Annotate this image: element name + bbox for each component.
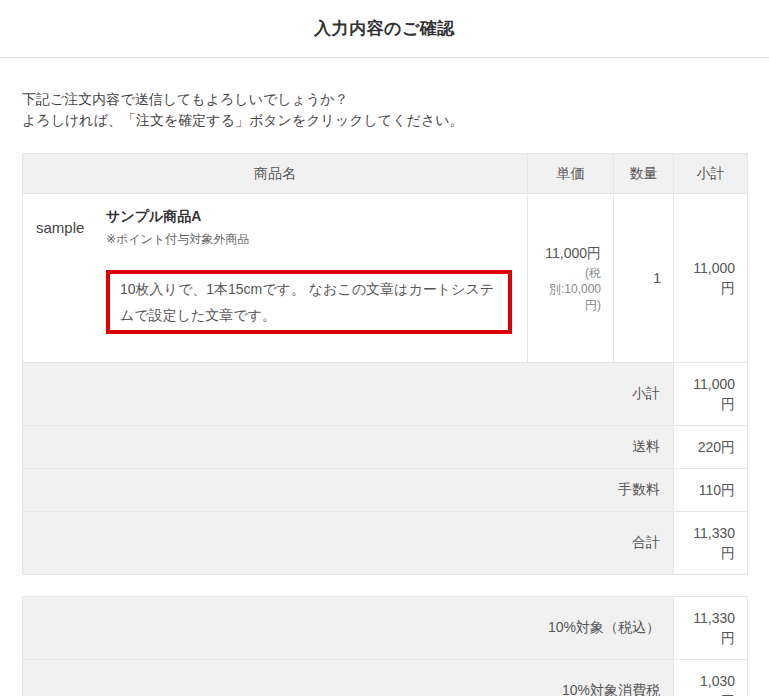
tax-value-taxable-amount: 11,330円: [674, 597, 748, 660]
product-description: 10枚入りで、1本15cmです。 なおこの文章はカートシステムで設定した文章です…: [120, 281, 494, 323]
table-header-row: 商品名 単価 数量 小計: [23, 154, 748, 194]
col-header-quantity: 数量: [614, 154, 674, 194]
product-points-note: ※ポイント付与対象外商品: [106, 231, 249, 248]
intro-line-1: 下記ご注文内容で送信してもよろしいでしょうか？: [22, 91, 349, 107]
summary-value-fee: 110円: [674, 469, 748, 512]
summary-row-subtotal: 小計 11,000円: [23, 363, 748, 426]
order-table: 商品名 単価 数量 小計 sample サンプル商品A ※ポイント付与対象外商品: [22, 153, 748, 575]
intro-line-2: よろしければ、「注文を確定する」ボタンをクリックしてください。: [22, 112, 464, 128]
summary-value-subtotal: 11,000円: [674, 363, 748, 426]
summary-label-fee: 手数料: [23, 469, 674, 512]
product-row: sample サンプル商品A ※ポイント付与対象外商品 10枚入りで、1本15c…: [23, 194, 748, 363]
quantity-cell: 1: [614, 194, 674, 363]
summary-value-shipping: 220円: [674, 426, 748, 469]
col-header-unit-price: 単価: [528, 154, 614, 194]
tax-label-consumption-tax: 10%対象消費税: [23, 660, 674, 696]
tax-value-consumption-tax: 1,030円: [674, 660, 748, 696]
summary-value-total: 11,330円: [674, 512, 748, 575]
product-name: サンプル商品A: [106, 207, 249, 225]
page-title: 入力内容のご確認: [0, 0, 769, 40]
product-image-placeholder: sample: [36, 219, 106, 236]
title-divider: [0, 57, 769, 58]
summary-row-shipping: 送料 220円: [23, 426, 748, 469]
product-description-highlight: 10枚入りで、1本15cmです。 なおこの文章はカートシステムで設定した文章です…: [106, 270, 512, 334]
col-header-product: 商品名: [23, 154, 528, 194]
order-confirmation-page: 入力内容のご確認 下記ご注文内容で送信してもよろしいでしょうか？ よろしければ、…: [0, 0, 769, 696]
tax-row-taxable-amount: 10%対象（税込） 11,330円: [23, 597, 748, 660]
unit-price: 11,000円: [540, 243, 601, 263]
summary-label-shipping: 送料: [23, 426, 674, 469]
summary-label-subtotal: 小計: [23, 363, 674, 426]
tax-row-consumption-tax: 10%対象消費税 1,030円: [23, 660, 748, 696]
unit-price-tax-note: (税別:10,000円): [540, 265, 601, 313]
summary-row-total: 合計 11,330円: [23, 512, 748, 575]
tax-breakdown-table: 10%対象（税込） 11,330円 10%対象消費税 1,030円: [22, 596, 748, 696]
product-cell: sample サンプル商品A ※ポイント付与対象外商品 10枚入りで、1本15c…: [23, 194, 528, 363]
summary-label-total: 合計: [23, 512, 674, 575]
product-summary: sample サンプル商品A ※ポイント付与対象外商品: [36, 207, 514, 248]
intro-text: 下記ご注文内容で送信してもよろしいでしょうか？ よろしければ、「注文を確定する」…: [22, 89, 747, 131]
line-subtotal-cell: 11,000円: [674, 194, 748, 363]
summary-row-fee: 手数料 110円: [23, 469, 748, 512]
col-header-subtotal: 小計: [674, 154, 748, 194]
unit-price-cell: 11,000円 (税別:10,000円): [528, 194, 614, 363]
product-info: サンプル商品A ※ポイント付与対象外商品: [106, 207, 249, 248]
tax-label-taxable-amount: 10%対象（税込）: [23, 597, 674, 660]
page-content: 下記ご注文内容で送信してもよろしいでしょうか？ よろしければ、「注文を確定する」…: [0, 89, 769, 696]
